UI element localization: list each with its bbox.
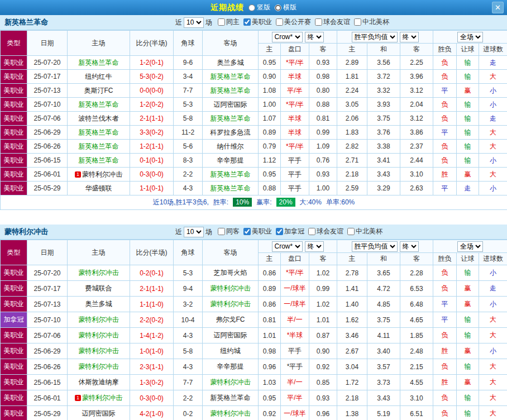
league-filter-checkbox[interactable] <box>243 228 251 235</box>
result-cell: 负 <box>433 265 457 281</box>
asian-stage-select[interactable]: 终 <box>305 241 324 252</box>
league-filter-checkbox[interactable] <box>354 18 361 26</box>
col-header-asian-away: 客 <box>309 44 337 56</box>
away-team-cell: 弗尔戈FC <box>203 312 259 328</box>
horizontal-layout-radio[interactable] <box>275 4 281 11</box>
eu-home-odds-cell: 1.62 <box>337 312 367 328</box>
league-filter[interactable]: 同客 <box>218 227 240 236</box>
match-row: 加拿冠25-07-10蒙特利尔冲击2-2(0-2)10-4弗尔戈FC0.81半/… <box>1 312 507 328</box>
summary-segment-label: 近10场,胜1平3负6, <box>153 198 209 206</box>
eu-away-odds-cell: 4.55 <box>400 375 433 390</box>
asian-handicap-cell: *平/半 <box>281 140 309 154</box>
score-cell: 5-3(0-2) <box>130 70 174 84</box>
handicap-result-cell: 输 <box>457 112 479 126</box>
league-filter[interactable]: 同主 <box>218 17 240 27</box>
goals-result-cell: 小 <box>479 84 507 98</box>
result-cell: 平 <box>433 297 457 312</box>
col-header-date: 日期 <box>27 31 68 56</box>
col-header-handicap-result: 让球 <box>457 253 479 265</box>
eu-home-odds-cell: 3.46 <box>337 328 367 343</box>
eu-home-odds-cell: 1.40 <box>337 297 367 312</box>
eu-draw-odds-cell: 3.56 <box>367 56 400 70</box>
recent-count-select[interactable]: 10 <box>184 17 204 28</box>
league-filter[interactable]: 球会友谊 <box>308 227 343 236</box>
vertical-layout-radio[interactable] <box>248 4 255 11</box>
league-filter-checkbox[interactable] <box>276 228 283 235</box>
scope-select[interactable]: 全场 <box>457 241 483 252</box>
league-filter-checkbox[interactable] <box>218 228 225 235</box>
asian-home-odds-cell: 1.01 <box>259 328 281 343</box>
league-filter-label: 加拿冠 <box>284 227 304 236</box>
home-team-cell: 纽约红牛 <box>68 70 130 84</box>
home-team-cell: 蒙特利尔冲击 <box>68 359 130 375</box>
league-filter[interactable]: 美公开赛 <box>276 17 311 27</box>
league-filter[interactable]: 球会友谊 <box>315 17 350 27</box>
league-filter[interactable]: 美职业 <box>243 227 272 236</box>
league-filter-group: 同客美职业加拿冠球会友谊中北美杯 <box>214 227 382 237</box>
date-cell: 25-06-26 <box>27 359 68 375</box>
goals-result-cell: 小 <box>479 98 507 112</box>
eu-away-odds-cell: 2.04 <box>400 98 433 112</box>
home-team-cell: 费城联合 <box>68 281 130 297</box>
goals-result-cell: 小 <box>479 297 507 312</box>
asian-away-odds-cell: 1.02 <box>309 265 337 281</box>
goals-result-cell: 走 <box>479 56 507 70</box>
league-filter-checkbox[interactable] <box>276 18 283 26</box>
league-filter[interactable]: 中北美杯 <box>347 227 382 236</box>
asian-away-odds-cell: 1.00 <box>309 182 337 195</box>
match-row: 美职业25-07-10新英格兰革命1-2(0-2)5-3迈阿密国际1.00*平/… <box>1 98 507 112</box>
match-row: 美职业25-07-17费城联合2-1(1-1)9-4蒙特利尔冲击0.89一/球半… <box>1 281 507 297</box>
league-filter[interactable]: 加拿冠 <box>276 227 304 236</box>
asian-home-odds-cell: 0.81 <box>259 312 281 328</box>
goals-result-cell: 走 <box>479 281 507 297</box>
europe-stage-select[interactable]: 终 <box>400 32 419 42</box>
asian-stage-select[interactable]: 终 <box>305 32 324 42</box>
league-filter-checkbox[interactable] <box>315 18 322 26</box>
score-cell: 1-2(0-2) <box>130 98 174 112</box>
league-filter-checkbox[interactable] <box>243 18 251 26</box>
eu-home-odds-cell: 1.72 <box>337 375 367 390</box>
league-cell: 美职业 <box>1 390 27 406</box>
winloss-avg-select[interactable]: 胜平负均值 <box>352 32 398 42</box>
league-filter-label: 美公开赛 <box>284 17 311 27</box>
league-filter[interactable]: 美职业 <box>243 17 272 27</box>
away-team-cell: 蒙特利尔冲击 <box>203 406 259 420</box>
match-row: 美职业25-06-29新英格兰革命3-3(0-2)11-2科罗拉多急流0.89半… <box>1 126 507 140</box>
league-cell: 美职业 <box>1 70 27 84</box>
league-filter-checkbox[interactable] <box>218 18 225 26</box>
layout-option-horizontal[interactable]: 横版 <box>275 3 296 12</box>
handicap-result-cell: 赢 <box>457 343 479 359</box>
result-cell: 负 <box>433 112 457 126</box>
layout-option-vertical[interactable]: 竖版 <box>248 3 270 12</box>
winloss-avg-select[interactable]: 胜平负均值 <box>352 241 398 252</box>
eu-draw-odds-cell: 4.72 <box>367 281 400 297</box>
date-cell: 25-07-13 <box>27 84 68 98</box>
eu-home-odds-cell: 2.18 <box>337 390 367 406</box>
asian-away-odds-cell: 1.02 <box>309 297 337 312</box>
league-filter-checkbox[interactable] <box>347 228 355 235</box>
europe-stage-select[interactable]: 终 <box>400 241 419 252</box>
col-header-asian-handicap: 盘口 <box>281 44 309 56</box>
match-row: 美职业25-07-17纽约红牛5-3(0-2)3-4新英格兰革命0.90半球0.… <box>1 70 507 84</box>
away-team-cell: 新英格兰革命 <box>203 182 259 195</box>
bookmaker-select[interactable]: Crow* <box>272 241 303 252</box>
league-filter[interactable]: 中北美杯 <box>354 17 389 27</box>
score-cell: 0-2(0-1) <box>130 265 174 281</box>
date-cell: 25-06-15 <box>27 375 68 390</box>
europe-odds-controls: 胜平负均值终 <box>337 240 433 253</box>
league-filter-checkbox[interactable] <box>308 228 315 235</box>
corners-cell: 5-8 <box>174 343 203 359</box>
handicap-result-cell: 输 <box>457 265 479 281</box>
away-team-cell: 芝加哥火焰 <box>203 265 259 281</box>
scope-select[interactable]: 全场 <box>457 32 483 42</box>
corners-cell: 9-4 <box>174 281 203 297</box>
titlebar-center: 近期战绩 竖版 横版 <box>211 3 296 13</box>
recent-count-select[interactable]: 10 <box>184 227 204 237</box>
home-team-cell: 蒙特利尔冲击 <box>68 312 130 328</box>
col-header-score: 比分(半场) <box>130 240 174 265</box>
result-cell: 平 <box>433 84 457 98</box>
eu-away-odds-cell: 2.44 <box>400 154 433 168</box>
close-button[interactable]: ✕ <box>492 2 504 13</box>
bookmaker-select[interactable]: Crow* <box>272 32 303 42</box>
eu-away-odds-cell: 3.10 <box>400 168 433 182</box>
